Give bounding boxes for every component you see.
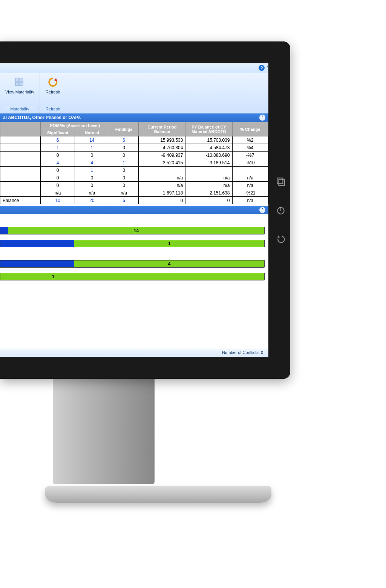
bar-segment-normal: 1 xyxy=(74,240,264,247)
table-cell: 0 xyxy=(109,144,139,152)
bar-value-label: 1 xyxy=(52,274,55,279)
table-cell: 0 xyxy=(75,182,109,189)
table-cell xyxy=(185,167,232,174)
table-cell xyxy=(0,152,41,159)
view-materiality-button[interactable]: View Materiality xyxy=(4,75,36,95)
bar-row: 4 xyxy=(0,260,265,268)
power-icon xyxy=(276,205,286,215)
refresh-icon xyxy=(47,76,59,88)
table-cell[interactable]: 10 xyxy=(41,197,75,204)
table-cell: -3.189.514 xyxy=(185,159,232,167)
table-cell[interactable]: 6 xyxy=(109,197,139,204)
table-cell: 1.697.118 xyxy=(139,189,185,197)
table-cell: n/a xyxy=(185,182,232,189)
collapse-button-chart[interactable]: ˄ xyxy=(259,207,265,213)
table-cell: n/a xyxy=(139,174,185,182)
svg-rect-3 xyxy=(20,82,23,86)
table-cell: %2 xyxy=(232,136,268,144)
table-row: 110-4.760.304-4.584.473%4 xyxy=(0,144,268,152)
table-cell[interactable]: 6 xyxy=(41,136,75,144)
table-cell[interactable]: 14 xyxy=(75,136,109,144)
table-cell: %4 xyxy=(232,144,268,152)
col-current: Current Period Balance xyxy=(139,122,185,136)
materiality-grid-icon xyxy=(14,76,26,88)
conflicts-label: Number of Conflicts: xyxy=(222,350,260,355)
collapse-button-abcotds[interactable]: ˄ xyxy=(259,115,265,121)
table-cell[interactable]: 4 xyxy=(75,159,109,167)
ribbon: View Materiality Materiality Refresh Ref… xyxy=(0,73,268,113)
table-cell: 0 xyxy=(41,152,75,159)
table-cell: Balance xyxy=(0,197,41,204)
refresh-button[interactable]: Refresh xyxy=(44,75,62,95)
bar-value-label: 14 xyxy=(134,228,139,233)
table-row: n/an/an/a1.697.1182.151.638-%21 xyxy=(0,189,268,197)
table-cell: -9.409.937 xyxy=(139,152,185,159)
table-cell: n/a xyxy=(139,182,185,189)
bar-row: 1 xyxy=(0,273,265,280)
table-cell: n/a xyxy=(232,182,268,189)
table-cell xyxy=(0,136,41,144)
help-button[interactable]: ? xyxy=(259,65,265,71)
content-area: al ABCOTDs, Other Phases or OAPs ˄ ROMMs… xyxy=(0,113,268,348)
status-bar: Number of Conflicts: 0 xyxy=(0,349,268,357)
table-cell: 0 xyxy=(75,174,109,182)
col-normal: Normal xyxy=(75,129,109,136)
bar-segment-normal: 4 xyxy=(74,260,264,267)
table-cell: n/a xyxy=(232,174,268,182)
table-cell[interactable]: 20 xyxy=(75,197,109,204)
abcotds-table: ROMMs (Assertion Level) Findings Current… xyxy=(0,122,268,204)
svg-rect-5 xyxy=(279,179,285,185)
table-cell: 0 xyxy=(41,182,75,189)
panel-header-chart: ˄ xyxy=(0,206,268,214)
table-cell: 15.993.538 xyxy=(139,136,185,144)
monitor-frame: ? ▾ View Materiality Materiality xyxy=(0,41,290,379)
table-cell[interactable]: 4 xyxy=(41,159,75,167)
bar-segment-normal: 14 xyxy=(8,227,264,234)
svg-rect-1 xyxy=(20,78,23,81)
table-cell[interactable]: 1 xyxy=(75,144,109,152)
table-cell: -3.520.415 xyxy=(139,159,185,167)
table-cell[interactable]: 1 xyxy=(41,144,75,152)
bar-value-label: 4 xyxy=(168,261,171,266)
table-cell: 0 xyxy=(109,167,139,174)
table-cell: 2.151.638 xyxy=(185,189,232,197)
bar-row: 1 xyxy=(0,240,265,247)
title-bar: ? ▾ xyxy=(0,63,268,73)
table-cell[interactable]: 1 xyxy=(75,167,109,174)
monitor-stand-neck xyxy=(53,378,155,484)
table-row: 614615.993.53815.703.039%2 xyxy=(0,136,268,144)
table-cell[interactable]: 1 xyxy=(109,159,139,167)
help-dropdown-caret[interactable]: ▾ xyxy=(267,64,268,68)
table-cell: -%7 xyxy=(232,152,268,159)
table-row: 000n/an/an/a xyxy=(0,174,268,182)
table-cell: 0 xyxy=(109,174,139,182)
table-cell: n/a xyxy=(185,174,232,182)
table-cell: 0 xyxy=(41,167,75,174)
table-cell xyxy=(0,167,41,174)
panel-header-abcotds: al ABCOTDs, Other Phases or OAPs ˄ xyxy=(0,113,268,122)
table-cell: n/a xyxy=(232,197,268,204)
table-cell: n/a xyxy=(75,189,109,197)
svg-rect-4 xyxy=(277,178,283,184)
table-row: 000n/an/an/a xyxy=(0,182,268,189)
table-cell xyxy=(0,174,41,182)
table-cell xyxy=(232,167,268,174)
table-cell xyxy=(0,159,41,167)
table-cell[interactable]: 6 xyxy=(109,136,139,144)
content-scroll[interactable]: al ABCOTDs, Other Phases or OAPs ˄ ROMMs… xyxy=(0,113,268,348)
ribbon-group-label-materiality: Materiality xyxy=(4,107,36,113)
table-cell: 0 xyxy=(109,182,139,189)
table-row: 010 xyxy=(0,167,268,174)
monitor-stand-base xyxy=(45,486,271,503)
table-cell: 0 xyxy=(75,152,109,159)
table-cell: n/a xyxy=(41,189,75,197)
svg-rect-0 xyxy=(15,78,19,81)
table-cell: -4.584.473 xyxy=(185,144,232,152)
table-cell: -10.080.690 xyxy=(185,152,232,159)
bar-segment-significant xyxy=(0,227,8,234)
ribbon-group-materiality: View Materiality Materiality xyxy=(0,73,40,113)
bar-segment-significant xyxy=(0,240,74,247)
bar-segment-significant xyxy=(0,260,74,267)
col-rowlabel xyxy=(0,122,41,136)
table-cell: 0 xyxy=(139,197,185,204)
